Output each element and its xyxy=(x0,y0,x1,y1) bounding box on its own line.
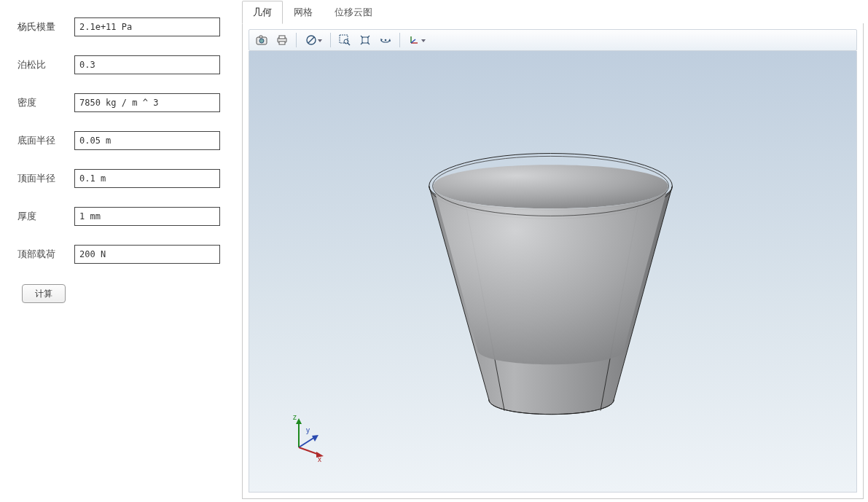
youngs-modulus-field[interactable] xyxy=(74,17,220,36)
parameter-form-panel: 杨氏模量 泊松比 密度 底面半径 顶面半径 xyxy=(4,3,238,499)
rotate-button[interactable] xyxy=(376,31,395,49)
svg-rect-5 xyxy=(279,42,285,44)
zoom-extents-icon xyxy=(359,34,371,46)
tab-geometry[interactable]: 几何 xyxy=(242,1,283,24)
geometry-viewport[interactable]: z y x xyxy=(249,51,857,493)
rotate-icon xyxy=(379,34,392,46)
form-row: 密度 xyxy=(17,93,230,112)
compute-button[interactable]: 计算 xyxy=(22,284,66,303)
top-radius-field[interactable] xyxy=(74,169,220,188)
svg-rect-8 xyxy=(340,35,348,43)
print-icon xyxy=(276,35,288,45)
svg-rect-4 xyxy=(279,36,285,39)
svg-line-17 xyxy=(411,39,415,43)
thickness-label: 厚度 xyxy=(17,210,74,223)
svg-point-2 xyxy=(259,39,264,43)
form-row: 泊松比 xyxy=(17,55,230,74)
poisson-ratio-field[interactable] xyxy=(74,55,220,74)
bottom-radius-label: 底面半径 xyxy=(17,134,74,147)
tab-bar: 几何 网格 位移云图 xyxy=(242,3,864,23)
svg-rect-1 xyxy=(259,36,262,38)
form-row: 顶部载荷 xyxy=(17,245,230,264)
camera-icon xyxy=(256,35,267,45)
density-field[interactable] xyxy=(74,93,220,112)
top-load-label: 顶部载荷 xyxy=(17,248,74,261)
toolbar-separator xyxy=(330,33,331,47)
svg-line-10 xyxy=(348,43,350,45)
toolbar-separator xyxy=(296,33,297,47)
svg-line-7 xyxy=(308,37,314,43)
axis-x-label: x xyxy=(318,455,321,462)
zoom-extents-button[interactable] xyxy=(356,31,375,49)
form-row: 杨氏模量 xyxy=(17,17,230,36)
thickness-field[interactable] xyxy=(74,207,220,226)
toolbar-separator xyxy=(399,33,400,47)
transparency-button[interactable] xyxy=(301,31,326,49)
zoom-box-icon xyxy=(339,34,351,46)
top-load-field[interactable] xyxy=(74,245,220,264)
content-panel: 几何 网格 位移云图 xyxy=(238,3,864,499)
graphics-toolbar xyxy=(249,29,857,51)
snapshot-button[interactable] xyxy=(252,31,271,49)
tab-mesh[interactable]: 网格 xyxy=(283,1,324,24)
svg-marker-23 xyxy=(296,418,302,424)
poisson-ratio-label: 泊松比 xyxy=(17,58,74,71)
svg-rect-11 xyxy=(362,37,368,43)
orientation-triad: z y x xyxy=(284,411,335,464)
transparency-icon xyxy=(306,35,316,45)
svg-line-24 xyxy=(299,437,315,447)
triad-icon xyxy=(407,34,419,46)
form-row: 底面半径 xyxy=(17,131,230,150)
view-orientation-button[interactable] xyxy=(404,31,429,49)
print-button[interactable] xyxy=(273,31,292,49)
density-label: 密度 xyxy=(17,96,74,109)
axis-y-label: y xyxy=(306,426,310,434)
zoom-box-button[interactable] xyxy=(335,31,354,49)
axis-z-label: z xyxy=(293,413,297,421)
viewport-container: z y x xyxy=(242,23,864,499)
tab-displacement[interactable]: 位移云图 xyxy=(324,1,383,24)
form-row: 厚度 xyxy=(17,207,230,226)
youngs-modulus-label: 杨氏模量 xyxy=(17,20,74,34)
svg-line-26 xyxy=(299,447,319,455)
app-root: 杨氏模量 泊松比 密度 底面半径 顶面半径 xyxy=(0,0,868,502)
form-row: 顶面半径 xyxy=(17,169,230,188)
top-radius-label: 顶面半径 xyxy=(17,172,74,185)
geometry-render xyxy=(249,51,856,492)
bottom-radius-field[interactable] xyxy=(74,131,220,150)
svg-point-14 xyxy=(385,39,387,42)
